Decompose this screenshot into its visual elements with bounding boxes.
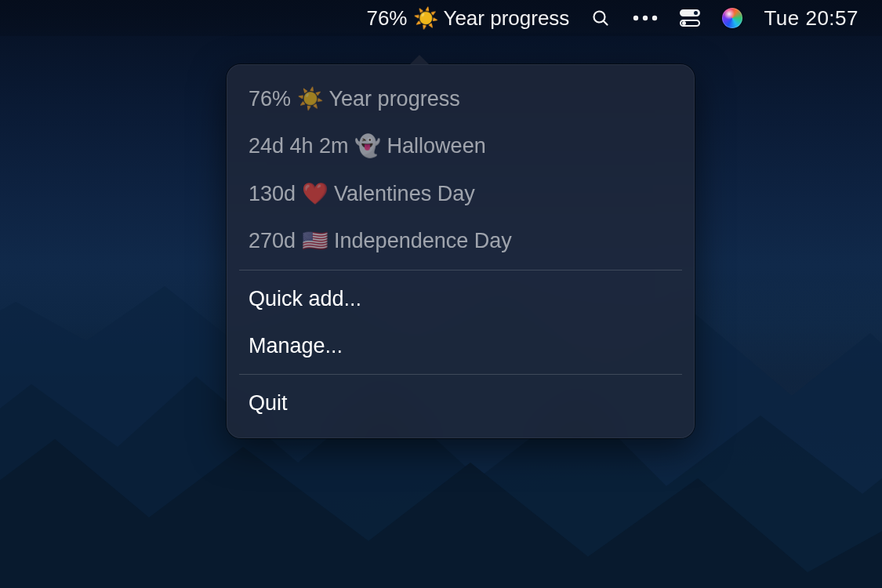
menubar-clock[interactable]: Tue 20:57 <box>764 6 858 31</box>
manage-menuitem[interactable]: Manage... <box>227 322 695 369</box>
quit-label: Quit <box>249 390 288 416</box>
manage-label: Manage... <box>249 333 343 358</box>
ellipsis-icon <box>632 7 659 29</box>
event-row-halloween[interactable]: 24d 4h 2m 👻 Halloween <box>227 122 695 169</box>
menu-bar: 76% ☀️ Year progress <box>0 0 882 36</box>
spotlight-search-button[interactable] <box>590 7 612 29</box>
siri-button[interactable] <box>721 7 743 29</box>
desktop-wallpaper: 76% ☀️ Year progress <box>0 0 882 588</box>
svg-point-4 <box>652 16 657 20</box>
quick-add-label: Quick add... <box>249 286 361 311</box>
control-center-button[interactable] <box>679 7 701 29</box>
menubar-yearprogress-item[interactable]: 76% ☀️ Year progress <box>366 6 569 31</box>
quit-menuitem[interactable]: Quit <box>227 379 695 426</box>
svg-line-1 <box>604 21 608 25</box>
siri-icon <box>721 7 743 29</box>
separator <box>239 374 682 375</box>
event-row-year-progress[interactable]: 76% ☀️ Year progress <box>227 75 695 122</box>
menubar-clock-label: Tue 20:57 <box>764 6 858 31</box>
menu-extras-button[interactable] <box>632 7 659 29</box>
event-row-label: 24d 4h 2m 👻 Halloween <box>249 133 486 158</box>
event-row-label: 130d ❤️ Valentines Day <box>249 181 475 206</box>
quick-add-menuitem[interactable]: Quick add... <box>227 275 695 322</box>
event-row-valentines[interactable]: 130d ❤️ Valentines Day <box>227 170 695 217</box>
svg-point-3 <box>643 16 648 20</box>
yearprogress-popover: 76% ☀️ Year progress 24d 4h 2m 👻 Hallowe… <box>227 64 695 438</box>
event-row-label: 270d 🇺🇸 Independence Day <box>249 228 512 253</box>
separator <box>239 270 682 270</box>
svg-point-2 <box>633 16 638 20</box>
menubar-yearprogress-label: 76% ☀️ Year progress <box>366 6 569 31</box>
search-icon <box>590 7 612 29</box>
control-center-icon <box>679 7 701 29</box>
event-row-independence[interactable]: 270d 🇺🇸 Independence Day <box>227 217 695 264</box>
event-row-label: 76% ☀️ Year progress <box>249 86 460 111</box>
